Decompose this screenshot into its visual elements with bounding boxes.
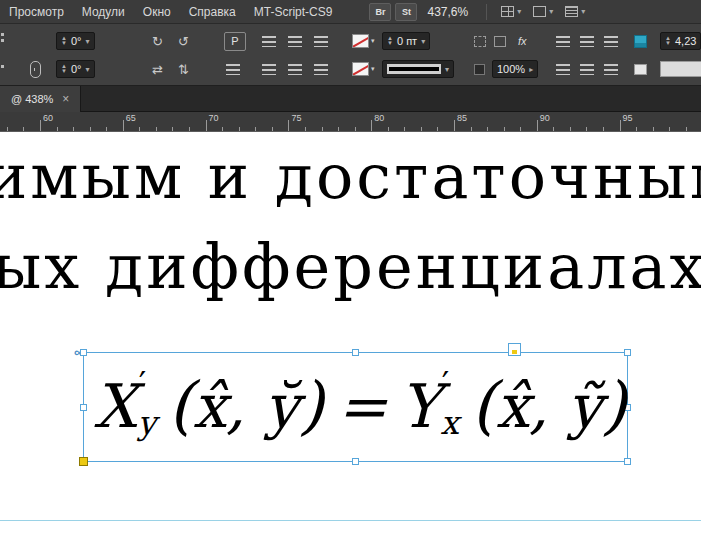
formula-rhs-base: Y	[400, 371, 440, 441]
distribute-center-button[interactable]	[288, 58, 302, 80]
effects-button[interactable]: fx	[518, 30, 527, 52]
formula-open-paren-2: (	[471, 368, 496, 442]
chevron-down-icon[interactable]: ▾	[445, 65, 449, 74]
flip-vertical-button[interactable]: ⇅	[178, 58, 189, 80]
rotate-ccw-button[interactable]: ↺	[178, 30, 189, 52]
distribute-left-button[interactable]	[262, 58, 276, 80]
align-top-button[interactable]	[262, 30, 276, 52]
constrain-chain-icon	[30, 61, 41, 78]
menu-modules[interactable]: Модули	[73, 0, 134, 24]
chevron-down-icon[interactable]: ▾	[421, 37, 425, 46]
baseline-reference-button[interactable]: P	[224, 30, 246, 52]
selection-handle-top-left[interactable]	[80, 349, 87, 356]
object-style-button-3[interactable]	[604, 58, 618, 80]
ruler-number: 65	[126, 113, 136, 123]
text-wrap-none-button[interactable]	[556, 30, 570, 52]
distribute-right-button[interactable]	[314, 58, 328, 80]
distribute-right-icon	[314, 64, 328, 75]
stepper-arrows[interactable]: ▲▼	[61, 36, 67, 46]
spacing-button[interactable]	[226, 58, 240, 80]
ruler-minor-tick	[636, 127, 637, 131]
stroke-weight-field[interactable]: ▲▼ 0 пт ▾	[382, 32, 430, 50]
body-text-line-1[interactable]: имым и достаточным	[0, 146, 701, 208]
screen-mode-switcher[interactable]: ▾	[533, 6, 553, 17]
selection-handle-bottom-right[interactable]	[624, 458, 631, 465]
scale-percent-field[interactable]: 100% ▸	[492, 60, 538, 78]
menu-view[interactable]: Просмотр	[0, 0, 73, 24]
menu-mt-script[interactable]: MT-Script-CS9	[245, 0, 342, 24]
solid-frame-icon	[494, 36, 506, 47]
selection-handle-top-right[interactable]	[624, 349, 631, 356]
stock-icon[interactable]: St	[395, 3, 417, 21]
align-bottom-button[interactable]	[314, 30, 328, 52]
horizontal-ruler[interactable]: 6065707580859095	[0, 112, 701, 132]
align-center-button[interactable]	[288, 30, 302, 52]
close-icon[interactable]: ×	[62, 93, 69, 105]
selection-handle-bottom-center[interactable]	[352, 458, 359, 465]
stroke-weight-value: 0 пт	[397, 35, 417, 47]
checkbox-icon	[474, 64, 485, 75]
body-text-line-2[interactable]: ых дифференциалах з	[0, 236, 701, 298]
rotate-cw-button[interactable]: ↻	[152, 30, 163, 52]
chevron-down-icon[interactable]: ▾	[85, 65, 89, 74]
text-wrap-none-icon	[556, 36, 570, 47]
fill-color-control[interactable]: ▾	[352, 30, 375, 52]
ruler-minor-tick	[255, 127, 256, 131]
rotation-angle-field[interactable]: ▲▼ 0° ▾	[56, 32, 95, 50]
formula-comma-2: ,	[530, 371, 549, 441]
document-canvas[interactable]: имым и достаточным ых дифференциалах з ∞…	[0, 132, 701, 545]
stroke-none-swatch-icon	[352, 62, 369, 76]
white-swatch-icon	[634, 64, 647, 75]
control-panel: ▲▼ 0° ▾ ↻ ↺ P ▾ ▲▼ 0 пт ▾ fx	[0, 24, 701, 86]
frame-options-button[interactable]	[494, 30, 506, 52]
stroke-style-dropdown[interactable]: ▾	[382, 60, 454, 78]
shear-angle-field[interactable]: ▲▼ 0° ▾	[56, 60, 95, 78]
placed-object-badge-icon[interactable]	[508, 343, 521, 356]
document-tab[interactable]: @ 438% ×	[0, 86, 81, 112]
ruler-minor-tick	[139, 127, 140, 131]
formula-y-breve: y̆	[265, 371, 299, 441]
text-wrap-bound-button[interactable]	[580, 30, 594, 52]
menu-window[interactable]: Окно	[134, 0, 180, 24]
object-style-button-2[interactable]	[580, 58, 594, 80]
selection-handle-middle-left[interactable]	[80, 404, 87, 411]
selection-handle-top-center[interactable]	[352, 349, 359, 356]
object-style-button-1[interactable]	[556, 58, 570, 80]
bridge-icon[interactable]: Br	[369, 3, 391, 21]
menu-help[interactable]: Справка	[180, 0, 245, 24]
ruler-minor-tick	[222, 127, 223, 131]
stepper-arrows[interactable]: ▲▼	[61, 64, 67, 74]
ruler-major-tick	[620, 120, 621, 131]
separator	[486, 4, 487, 20]
text-wrap-jump-button[interactable]	[604, 30, 618, 52]
stepper-arrows[interactable]: ▲▼	[665, 36, 671, 46]
corner-options-button[interactable]	[474, 30, 486, 52]
frame-fitting-button[interactable]	[634, 30, 647, 52]
right-cut-field[interactable]: ▲▼ 4,23	[660, 32, 701, 50]
zoom-level[interactable]: 437,6%	[427, 5, 468, 19]
selected-formula-frame[interactable]: ∞ X′y(x̂, y̆)=Y′x(x̂, ỹ)	[83, 352, 628, 462]
selection-handle-bottom-left-yellow[interactable]	[79, 457, 88, 466]
constrain-link-button[interactable]	[30, 58, 41, 80]
preview-swatch-button[interactable]	[634, 58, 647, 80]
flip-horizontal-button[interactable]: ⇄	[152, 58, 163, 80]
chevron-right-icon[interactable]: ▸	[529, 65, 533, 74]
dashed-frame-icon	[474, 36, 486, 47]
arrange-documents[interactable]: ▾	[565, 6, 585, 17]
opacity-checkbox[interactable]	[474, 58, 485, 80]
ruler-major-tick	[123, 120, 124, 131]
text-frame-guide-line	[0, 520, 701, 521]
formula-open-paren: (	[168, 368, 193, 442]
workspace-switcher[interactable]: ▾	[501, 6, 521, 17]
flip-horizontal-icon: ⇄	[152, 63, 163, 76]
formula-y-tilde: ỹ	[568, 371, 602, 441]
screen-mode-icon	[533, 6, 546, 17]
reference-point-proxy-2[interactable]	[0, 58, 5, 80]
right-cut-value: 4,23	[675, 35, 696, 47]
object-style-icon	[580, 64, 594, 75]
right-cut-preview	[660, 58, 701, 80]
reference-point-proxy[interactable]	[0, 30, 5, 52]
stepper-arrows[interactable]: ▲▼	[387, 36, 393, 46]
stroke-color-control[interactable]: ▾	[352, 58, 375, 80]
chevron-down-icon[interactable]: ▾	[85, 37, 89, 46]
